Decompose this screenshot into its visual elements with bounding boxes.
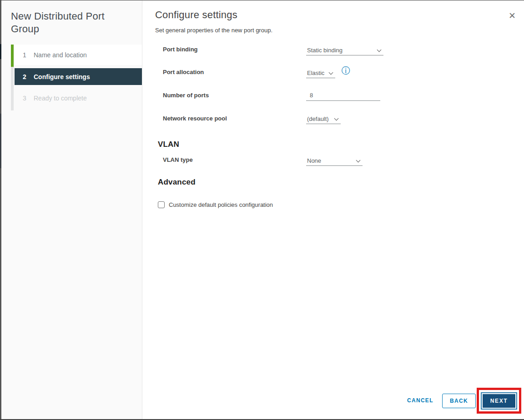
step-label: Ready to complete <box>34 95 87 102</box>
sidebar-step-ready-to-complete[interactable]: 3 Ready to complete <box>15 90 142 106</box>
next-button-focus-ring: NEXT <box>481 392 517 410</box>
customize-policies-checkbox-row[interactable]: Customize default policies configuration <box>158 201 273 208</box>
chevron-down-icon <box>356 158 361 162</box>
sidebar-step-name-and-location[interactable]: 1 Name and location <box>15 45 142 65</box>
chevron-down-icon <box>334 116 339 120</box>
network-resource-pool-select[interactable]: (default) <box>306 114 341 124</box>
back-button[interactable]: BACK <box>442 394 476 408</box>
background-edge-top <box>0 0 524 0</box>
step-number: 1 <box>22 51 27 59</box>
wizard-sidebar: New Distributed Port Group 1 Name and lo… <box>0 0 142 420</box>
next-button-highlight-annotation: NEXT <box>477 388 521 414</box>
vlan-type-select[interactable]: None <box>306 156 363 166</box>
background-edge-left-dark2 <box>0 114 1 168</box>
page-subtitle: Set general properties of the new port g… <box>155 27 272 34</box>
network-resource-pool-label: Network resource pool <box>163 115 227 122</box>
port-allocation-label: Port allocation <box>163 69 204 75</box>
advanced-section-heading: Advanced <box>158 178 196 187</box>
port-binding-value: Static binding <box>306 47 343 54</box>
chevron-down-icon <box>377 47 382 52</box>
customize-policies-checkbox-label: Customize default policies configuration <box>169 201 273 208</box>
info-icon[interactable]: ⓘ <box>341 66 350 75</box>
background-edge-left-dark <box>0 44 1 59</box>
vlan-type-value: None <box>306 157 321 164</box>
port-allocation-select[interactable]: Elastic <box>306 68 335 78</box>
next-button[interactable]: NEXT <box>483 394 515 408</box>
wizard-main-pane: ✕ Configure settings Set general propert… <box>143 0 524 420</box>
step-label: Configure settings <box>34 73 90 80</box>
step-number: 2 <box>22 73 27 80</box>
sidebar-step-configure-settings[interactable]: 2 Configure settings <box>15 68 142 85</box>
wizard-title: New Distributed Port Group <box>11 10 132 35</box>
port-binding-select[interactable]: Static binding <box>306 45 383 55</box>
step-progress-completed-bar <box>11 45 14 67</box>
page-title: Configure settings <box>155 9 237 21</box>
step-label: Name and location <box>34 51 87 59</box>
number-of-ports-input[interactable] <box>306 91 380 101</box>
number-of-ports-label: Number of ports <box>163 92 209 99</box>
port-allocation-value: Elastic <box>306 70 324 76</box>
background-edge-left <box>0 0 1 420</box>
port-binding-label: Port binding <box>163 46 198 53</box>
chevron-down-icon <box>329 70 333 75</box>
customize-policies-checkbox[interactable] <box>158 201 165 208</box>
vlan-type-label: VLAN type <box>163 156 193 163</box>
network-resource-pool-value: (default) <box>306 115 329 122</box>
cancel-button[interactable]: CANCEL <box>407 397 433 404</box>
close-icon[interactable]: ✕ <box>507 11 517 21</box>
step-number: 3 <box>22 95 27 102</box>
vlan-section-heading: VLAN <box>158 140 179 149</box>
